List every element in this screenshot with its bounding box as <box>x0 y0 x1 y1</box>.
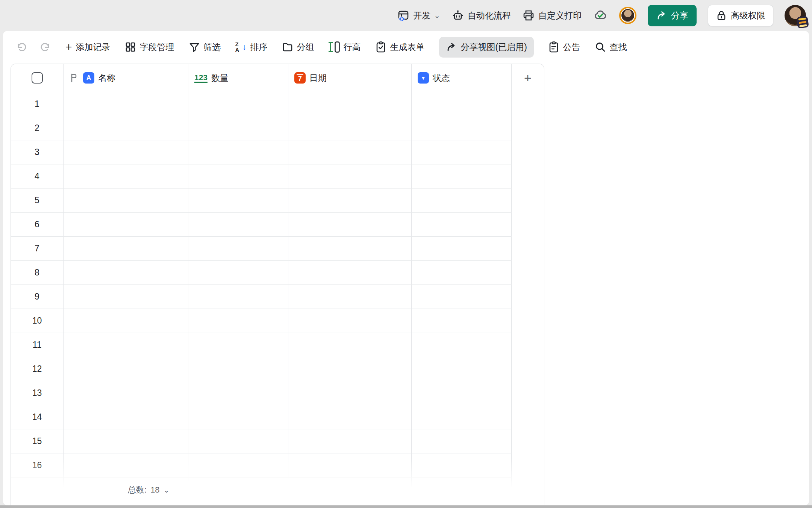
table-cell[interactable] <box>64 405 188 429</box>
table-cell[interactable] <box>64 453 188 478</box>
table-cell[interactable] <box>288 140 412 164</box>
row-number[interactable]: 9 <box>11 285 64 309</box>
share-button[interactable]: 分享 <box>648 5 697 26</box>
cloud-sync-ok-icon[interactable] <box>593 8 608 23</box>
table-cell[interactable] <box>288 309 412 333</box>
table-cell[interactable] <box>412 140 512 164</box>
row-number[interactable]: 3 <box>11 140 64 164</box>
table-cell[interactable] <box>288 189 412 213</box>
table-cell[interactable] <box>412 453 512 478</box>
user-avatar[interactable] <box>785 5 806 26</box>
find-button[interactable]: 查找 <box>595 41 627 53</box>
table-cell[interactable] <box>288 92 412 116</box>
row-number[interactable]: 8 <box>11 261 64 285</box>
dev-mode-button[interactable]: 开发 ⌄ <box>397 9 440 22</box>
table-cell[interactable] <box>412 116 512 140</box>
table-cell[interactable] <box>64 429 188 453</box>
table-cell[interactable] <box>288 381 412 405</box>
row-number[interactable]: 16 <box>11 453 64 478</box>
table-cell[interactable] <box>412 405 512 429</box>
custom-print-button[interactable]: 自定义打印 <box>522 9 582 22</box>
record-count-dropdown[interactable]: 总数: 18 ⌄ <box>128 484 170 496</box>
table-cell[interactable] <box>188 309 288 333</box>
table-cell[interactable] <box>288 333 412 357</box>
horizontal-scrollbar[interactable] <box>0 505 812 508</box>
row-number[interactable]: 7 <box>11 237 64 261</box>
table-cell[interactable] <box>188 453 288 478</box>
table-cell[interactable] <box>188 92 288 116</box>
table-cell[interactable] <box>64 381 188 405</box>
row-number[interactable]: 5 <box>11 189 64 213</box>
table-cell[interactable] <box>188 333 288 357</box>
table-cell[interactable] <box>64 237 188 261</box>
redo-icon[interactable] <box>39 41 51 53</box>
select-all-checkbox[interactable] <box>32 72 43 84</box>
row-number[interactable]: 2 <box>11 116 64 140</box>
column-header-status[interactable]: ▼ 状态 <box>412 64 512 92</box>
automation-button[interactable]: 自动化流程 <box>451 9 511 22</box>
table-cell[interactable] <box>412 213 512 237</box>
column-header-name[interactable]: A 名称 <box>64 64 188 92</box>
table-cell[interactable] <box>64 92 188 116</box>
table-cell[interactable] <box>64 357 188 381</box>
table-cell[interactable] <box>188 357 288 381</box>
table-cell[interactable] <box>188 285 288 309</box>
table-cell[interactable] <box>412 357 512 381</box>
row-number[interactable]: 6 <box>11 213 64 237</box>
column-header-quantity[interactable]: 123 数量 <box>188 64 288 92</box>
table-cell[interactable] <box>412 189 512 213</box>
table-cell[interactable] <box>412 92 512 116</box>
table-cell[interactable] <box>288 213 412 237</box>
table-cell[interactable] <box>412 381 512 405</box>
table-cell[interactable] <box>412 285 512 309</box>
announcement-button[interactable]: 公告 <box>548 41 580 53</box>
undo-icon[interactable] <box>16 41 28 53</box>
filter-button[interactable]: 筛选 <box>189 41 221 53</box>
row-number[interactable]: 11 <box>11 333 64 357</box>
share-view-button[interactable]: 分享视图(已启用) <box>439 37 534 58</box>
row-number[interactable]: 4 <box>11 164 64 189</box>
table-cell[interactable] <box>412 429 512 453</box>
table-cell[interactable] <box>288 429 412 453</box>
group-button[interactable]: 分组 <box>282 41 314 53</box>
table-cell[interactable] <box>288 116 412 140</box>
table-cell[interactable] <box>188 140 288 164</box>
generate-form-button[interactable]: 生成表单 <box>375 41 425 53</box>
table-cell[interactable] <box>64 140 188 164</box>
table-cell[interactable] <box>64 213 188 237</box>
table-cell[interactable] <box>64 261 188 285</box>
table-cell[interactable] <box>188 189 288 213</box>
table-cell[interactable] <box>64 189 188 213</box>
table-cell[interactable] <box>288 164 412 189</box>
table-cell[interactable] <box>288 405 412 429</box>
add-field-header[interactable]: + <box>512 64 544 92</box>
table-cell[interactable] <box>188 261 288 285</box>
collaborator-avatar[interactable] <box>619 7 636 24</box>
table-cell[interactable] <box>412 333 512 357</box>
table-cell[interactable] <box>64 285 188 309</box>
table-cell[interactable] <box>64 116 188 140</box>
table-cell[interactable] <box>188 213 288 237</box>
table-cell[interactable] <box>188 164 288 189</box>
row-number[interactable]: 13 <box>11 381 64 405</box>
table-cell[interactable] <box>412 309 512 333</box>
table-cell[interactable] <box>188 237 288 261</box>
table-cell[interactable] <box>288 237 412 261</box>
table-cell[interactable] <box>288 261 412 285</box>
table-cell[interactable] <box>64 164 188 189</box>
table-cell[interactable] <box>288 357 412 381</box>
table-cell[interactable] <box>288 453 412 478</box>
field-manage-button[interactable]: 字段管理 <box>125 41 174 53</box>
table-cell[interactable] <box>188 381 288 405</box>
sort-button[interactable]: Z A ↓ 排序 <box>235 41 268 53</box>
table-cell[interactable] <box>188 429 288 453</box>
table-cell[interactable] <box>64 309 188 333</box>
row-number[interactable]: 14 <box>11 405 64 429</box>
table-cell[interactable] <box>188 405 288 429</box>
column-header-date[interactable]: 7 日期 <box>288 64 412 92</box>
table-cell[interactable] <box>412 237 512 261</box>
row-height-button[interactable]: 行高 <box>329 41 361 53</box>
table-cell[interactable] <box>412 164 512 189</box>
row-number[interactable]: 10 <box>11 309 64 333</box>
table-cell[interactable] <box>188 116 288 140</box>
